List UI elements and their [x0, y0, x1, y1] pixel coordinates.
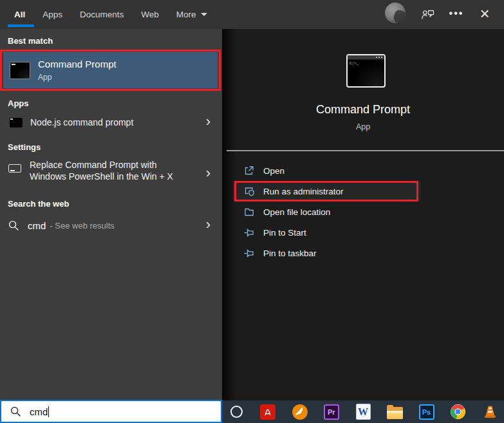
result-title: Command Prompt — [38, 59, 117, 70]
windows-taskbar: Pr W Ps — [222, 400, 504, 423]
web-query: cmd — [28, 220, 46, 231]
setting-line-1: Replace Command Prompt with — [30, 160, 173, 171]
action-pin-to-taskbar[interactable]: Pin to taskbar — [233, 243, 421, 263]
action-label: Open file location — [263, 207, 330, 217]
action-label: Pin to taskbar — [263, 249, 317, 258]
active-tab-underline — [8, 24, 34, 27]
action-pin-to-start[interactable]: Pin to Start — [233, 223, 421, 242]
chevron-right-icon: › — [206, 115, 210, 129]
open-icon — [243, 165, 255, 176]
search-input-value: cmd — [30, 406, 48, 417]
vlc-icon — [482, 404, 498, 420]
tab-all[interactable]: All — [14, 10, 25, 19]
web-query-suffix: - See web results — [50, 221, 114, 230]
action-run-as-administrator[interactable]: Run as administrator — [233, 182, 421, 201]
search-icon — [10, 406, 22, 418]
search-flyout-topbar: All Apps Documents Web More ••• × — [0, 0, 504, 29]
preview-app-subtitle: App — [222, 122, 504, 131]
preview-divider — [227, 150, 504, 151]
chevron-down-icon — [201, 13, 207, 16]
file-explorer-icon — [387, 407, 403, 419]
pin-icon — [243, 227, 255, 238]
icon-titlebar — [348, 55, 384, 60]
taskbar-chrome-icon[interactable] — [450, 404, 467, 420]
command-prompt-icon — [10, 62, 30, 79]
cortana-ring-icon — [230, 406, 243, 418]
photoshop-icon: Ps — [419, 404, 434, 420]
taskbar-word-icon[interactable]: W — [355, 404, 371, 420]
feedback-icon[interactable] — [420, 8, 436, 22]
orange-app-icon — [292, 404, 308, 420]
pin-icon — [243, 247, 255, 259]
taskbar-photoshop-icon[interactable]: Ps — [418, 404, 435, 420]
tab-web[interactable]: Web — [141, 10, 159, 19]
tab-more[interactable]: More — [176, 10, 207, 19]
chrome-icon — [450, 404, 466, 420]
command-prompt-icon-large: C:\_ — [346, 54, 386, 88]
taskbar-orange-app-icon[interactable] — [292, 404, 308, 420]
action-open-file-location[interactable]: Open file location — [233, 202, 421, 221]
console-settings-icon — [8, 164, 21, 173]
word-icon: W — [356, 404, 371, 420]
acrobat-reader-icon — [260, 404, 275, 420]
settings-header: Settings — [8, 142, 41, 152]
best-match-header: Best match — [8, 36, 53, 46]
preview-app-title: Command Prompt — [222, 103, 504, 117]
premiere-pro-icon: Pr — [324, 404, 339, 420]
search-icon — [8, 220, 20, 232]
filter-tabs: All Apps Documents Web More — [14, 0, 207, 29]
setting-line-2: Windows PowerShell in the Win + X — [30, 171, 173, 183]
taskbar-cortana-icon[interactable] — [228, 404, 245, 420]
chevron-right-icon: › — [206, 166, 210, 180]
taskbar-acrobat-icon[interactable] — [259, 404, 276, 420]
icon-prompt-text: C:\_ — [350, 61, 359, 66]
result-nodejs-command-prompt[interactable]: Node.js command prompt › — [0, 112, 222, 133]
taskbar-premiere-icon[interactable]: Pr — [323, 404, 340, 420]
close-icon[interactable]: × — [475, 3, 494, 24]
search-results-panel: Best match Command Prompt App Apps Node.… — [0, 29, 222, 402]
action-label: Run as administrator — [263, 187, 344, 196]
user-avatar[interactable] — [385, 3, 406, 23]
tab-documents[interactable]: Documents — [80, 10, 124, 19]
taskbar-search-input[interactable]: cmd — [0, 400, 222, 423]
search-the-web-header: Search the web — [8, 199, 69, 209]
result-web-search-cmd[interactable]: cmd - See web results › — [0, 215, 222, 236]
apps-header: Apps — [8, 99, 29, 108]
result-replace-command-prompt-setting[interactable]: Replace Command Prompt with Windows Powe… — [0, 160, 222, 187]
taskbar-file-explorer-icon[interactable] — [386, 404, 403, 420]
action-label: Open — [263, 166, 285, 176]
more-options-icon[interactable]: ••• — [447, 4, 466, 23]
folder-icon — [243, 206, 255, 218]
taskbar-vlc-icon[interactable] — [481, 404, 498, 420]
terminal-icon — [10, 118, 23, 127]
text-cursor — [48, 406, 49, 417]
shield-admin-icon — [243, 185, 255, 197]
result-title: Node.js command prompt — [30, 117, 133, 127]
tab-apps[interactable]: Apps — [42, 10, 62, 19]
best-match-result-command-prompt[interactable]: Command Prompt App — [3, 52, 218, 88]
chevron-right-icon: › — [206, 218, 210, 232]
icon-titlebar-buttons — [376, 57, 382, 58]
action-label: Pin to Start — [263, 228, 306, 238]
action-open[interactable]: Open — [233, 161, 421, 180]
result-subtitle: App — [38, 73, 117, 82]
